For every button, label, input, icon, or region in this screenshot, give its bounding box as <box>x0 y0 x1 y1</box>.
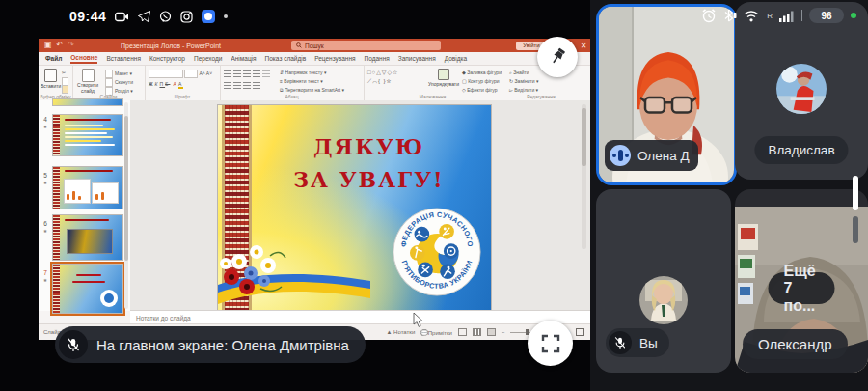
align-text-button[interactable]: ≡ Вирівняти текст ▾ <box>280 78 323 84</box>
messenger-app-icon <box>202 10 215 23</box>
shapes-gallery-row2[interactable]: ⟋⌒{ }☆ <box>367 78 392 85</box>
slide-thumbnail-6[interactable] <box>52 214 123 261</box>
participant-tile-you[interactable]: Вы <box>596 189 731 373</box>
fit-slide-icon[interactable] <box>576 328 584 336</box>
thumbnails-scrollbar[interactable] <box>124 102 128 309</box>
find-button[interactable]: ⌕ Знайти <box>509 70 529 76</box>
panel-scrollbar-track[interactable] <box>853 216 858 243</box>
slide-number: 4 <box>41 116 50 123</box>
battery-indicator: 96 <box>809 8 844 23</box>
camcorder-icon <box>115 12 129 22</box>
canvas-scrollbar[interactable] <box>582 104 586 249</box>
reading-view-icon[interactable] <box>487 328 496 336</box>
animation-star-icon: ★ <box>41 277 50 283</box>
normal-view-icon[interactable] <box>458 328 467 336</box>
search-icon <box>296 42 302 48</box>
signal-bars-icon <box>779 10 795 22</box>
slide-title-text: ДЯКУЮ ЗА УВАГУ! <box>276 130 462 196</box>
ppt-window-title: Презентація Лолов - PowerPoint <box>121 42 221 49</box>
text-direction-button[interactable]: ⇵ Напрямок тексту ▾ <box>280 70 326 75</box>
pin-button[interactable] <box>537 37 578 77</box>
slide-thumbnail-7-selected[interactable] <box>52 264 123 314</box>
save-icon[interactable]: ▣ <box>44 39 52 52</box>
wifi-icon <box>744 10 760 22</box>
select-button[interactable]: ▻ Виділити ▾ <box>509 87 538 93</box>
undo-icon[interactable]: ↶ <box>57 39 64 52</box>
arrange-button[interactable]: Упорядкувати <box>427 69 460 87</box>
tab-animations[interactable]: Анімація <box>231 55 256 62</box>
paste-icon <box>44 69 57 82</box>
ppt-search-box[interactable]: Пошук <box>291 41 441 50</box>
ppt-notes-pane[interactable]: Нотатки до слайда <box>130 310 590 324</box>
layout-button[interactable]: Макет ▾ <box>105 70 132 78</box>
more-participants-overlay[interactable]: Ещё 7 по... <box>769 272 835 304</box>
clock-text: 09:44 <box>69 9 106 24</box>
paste-button[interactable]: Вставити <box>41 69 60 89</box>
slide-sorter-view-icon[interactable] <box>473 328 481 336</box>
expand-icon <box>541 334 560 353</box>
participant-name: Олександр <box>758 336 832 352</box>
slide-number: 6 <box>41 220 50 227</box>
font-format-buttons[interactable]: ЖКПS AA <box>149 81 183 87</box>
flowers-ribbon-decoration <box>218 227 372 310</box>
tab-transitions[interactable]: Переходи <box>194 55 222 62</box>
presenting-banner: На главном экране: Олена Дмитрівна <box>55 326 366 363</box>
shape-fill-button[interactable]: ◆ Заливка фігури <box>462 70 502 75</box>
shape-effects-button[interactable]: ◇ Ефекти фігур <box>462 87 497 93</box>
slide-thumbnail-4[interactable] <box>52 114 123 156</box>
slide-thumbnail-partial[interactable] <box>52 98 123 106</box>
participant-name: Вы <box>639 336 658 350</box>
panel-scrollbar-thumb[interactable] <box>853 176 858 210</box>
cut-button[interactable]: ✂ <box>62 70 66 75</box>
align-buttons[interactable] <box>224 82 262 90</box>
shapes-gallery[interactable]: □○△▽◇☆ <box>367 70 398 76</box>
notification-dot-icon <box>224 14 228 18</box>
speaking-indicator-icon <box>610 145 631 166</box>
tab-view[interactable]: Подання <box>365 55 390 62</box>
carrier-letter: R <box>767 12 773 20</box>
slide-thumbnails-panel: 4 ★ 5 ★ <box>39 100 131 311</box>
shared-screen-powerpoint: ▣ ↶ ↷ Презентація Лолов - PowerPoint Пош… <box>39 39 590 340</box>
notes-placeholder: Нотатки до слайда <box>136 315 191 321</box>
list-buttons[interactable] <box>224 70 272 78</box>
font-name-dropdown[interactable]: A˄ A˅ <box>149 70 212 78</box>
new-slide-icon <box>82 69 95 82</box>
tab-file[interactable]: Файл <box>45 55 62 62</box>
participant-tile-oleksandr[interactable]: Ещё 7 по... Олександр <box>735 189 868 373</box>
tab-recording[interactable]: Записування <box>398 55 436 62</box>
ribbon-group-clipboard: Вставити ✂ Буфер обміну <box>39 66 73 100</box>
animation-star-icon: ★ <box>41 228 50 234</box>
replace-button[interactable]: ↻ Замінити ▾ <box>509 78 539 84</box>
smartart-button[interactable]: ⧉ Перетворити на SmartArt ▾ <box>280 87 344 94</box>
comments-toggle-button[interactable]: 💬Примітки <box>420 329 452 336</box>
video-call-screen: Олена Д Владислав <box>0 0 868 391</box>
slide-thumbnail-5[interactable] <box>52 166 123 209</box>
ribbon-group-paragraph: ⇵ Напрямок тексту ▾ ≡ Вирівняти текст ▾ … <box>220 66 365 100</box>
pentathlon-federation-logo: ФЕДЕРАЦІЯ СУЧАСНОГО П'ЯТИБОРСТВА УКРАЇНИ <box>393 208 481 296</box>
arrange-icon <box>438 69 449 80</box>
tab-slideshow[interactable]: Показ слайдів <box>265 55 307 62</box>
new-slide-button[interactable]: Створити слайд <box>75 69 100 94</box>
tab-review[interactable]: Рецензування <box>314 55 355 62</box>
bluetooth-icon <box>723 9 737 22</box>
notes-toggle-button[interactable]: ▲ Нотатки <box>387 329 416 335</box>
redo-icon[interactable]: ↷ <box>68 39 74 52</box>
ppt-quick-access-toolbar[interactable]: ▣ ↶ ↷ <box>44 39 74 52</box>
current-slide[interactable]: ДЯКУЮ ЗА УВАГУ! <box>217 104 492 311</box>
pin-icon <box>545 44 570 70</box>
tab-design[interactable]: Конструктор <box>149 55 185 62</box>
tab-insert[interactable]: Вставлення <box>106 55 141 62</box>
tab-help[interactable]: Довідка <box>445 55 467 62</box>
fullscreen-button[interactable] <box>528 321 573 366</box>
tab-home[interactable]: Основне <box>70 54 97 64</box>
window-close-button[interactable]: ✕ <box>577 39 590 52</box>
slide-number: 7 <box>41 269 50 276</box>
reset-button[interactable]: Скинути <box>105 78 133 87</box>
camera-active-dot-icon <box>851 13 856 18</box>
shape-outline-button[interactable]: ▢ Контур фігури <box>462 78 500 84</box>
ppt-ribbon-tabs: Файл Основне Вставлення Конструктор Пере… <box>39 52 590 66</box>
format-painter-button[interactable] <box>62 85 68 94</box>
ppt-titlebar: ▣ ↶ ↷ Презентація Лолов - PowerPoint Пош… <box>39 39 590 52</box>
mouse-cursor <box>413 313 424 328</box>
zoom-out-button[interactable]: − <box>502 329 505 335</box>
